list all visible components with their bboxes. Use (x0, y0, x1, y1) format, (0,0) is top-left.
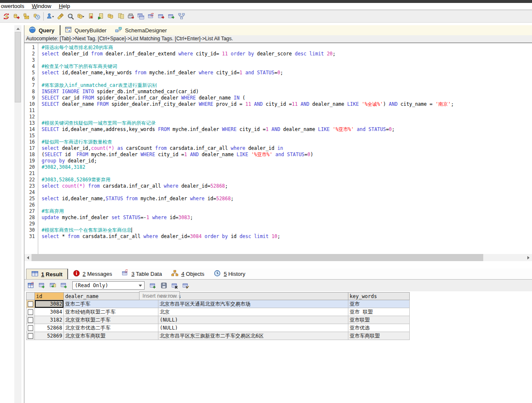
format-broom-icon[interactable] (55, 11, 66, 21)
code-line-7[interactable]: #将车源放入inf_unmatched_car表里进行重新识别 (42, 82, 532, 89)
code-line-2[interactable]: select dealer_id from dealer.inf_dealer_… (42, 51, 532, 57)
copy-grid-icon[interactable] (136, 11, 146, 21)
code-line-30[interactable]: #根据车商查找一个在售车源补全车商信息 (42, 227, 532, 233)
cell-id[interactable]: 52869 (35, 332, 64, 340)
connect-db-icon[interactable] (1, 11, 11, 21)
column-header-id[interactable]: id (35, 293, 64, 300)
row-selector-cell[interactable] (26, 316, 35, 324)
code-line-22[interactable]: #3083,52868,52869需要弃用 (42, 177, 532, 183)
code-line-29[interactable] (42, 221, 532, 227)
row-selector-cell[interactable] (26, 332, 35, 340)
object-browser-scrollbar[interactable] (14, 25, 21, 403)
menu-item-help[interactable]: Help (55, 3, 74, 10)
table-row[interactable]: 3082亚市二手车北京市昌平区天通苑北亚市汽车交易市场亚市 (26, 300, 410, 308)
scrollbar-thumb[interactable] (15, 32, 21, 102)
result-grid[interactable]: iddealer_nameaddresskey_words3082亚市二手车北京… (26, 292, 410, 340)
code-line-6[interactable] (42, 76, 532, 82)
code-line-4[interactable]: #检查某个城市下的所有车商关键词 (42, 63, 532, 70)
column-header-key_words[interactable]: key_words (348, 293, 410, 300)
code-line-5[interactable]: select id,dealer_name,key_words from myc… (42, 70, 532, 76)
join-designer-icon[interactable] (176, 11, 187, 21)
cell-dealer_name[interactable]: 北京亚市优选二手车 (64, 324, 158, 332)
code-line-26[interactable] (42, 202, 532, 208)
table-row[interactable]: 52869北京亚市车商联盟北京市昌平区东三旗新亚市二手车交易区北6区亚市车商联盟 (26, 332, 410, 340)
cell-key_words[interactable]: 亚市 (348, 300, 410, 308)
cell-id[interactable]: 3082 (35, 300, 64, 308)
cancel-edit-icon[interactable] (181, 280, 191, 290)
cell-dealer_name[interactable]: 亚市经销商联盟二手车 (64, 308, 158, 316)
result-tab-objects[interactable]: 4 Objects (166, 269, 209, 279)
execute-file-icon[interactable] (96, 11, 106, 21)
code-line-23[interactable]: select count(*) from carsdata.inf_car_al… (42, 183, 532, 189)
sql-code-area[interactable]: #筛选出每个城市排名前20的车商select dealer_id from de… (42, 44, 532, 240)
editor-horizontal-scrollbar[interactable] (24, 254, 532, 261)
cell-id[interactable]: 3182 (35, 316, 64, 324)
code-line-21[interactable] (42, 170, 532, 177)
tab-querybuilder[interactable]: QueryBuilder (61, 25, 111, 35)
scroll-left-arrow-icon[interactable] (24, 254, 32, 261)
code-line-11[interactable] (42, 107, 532, 114)
code-line-25[interactable]: select id,dealer_name,STATUS from myche.… (42, 196, 532, 202)
table-row[interactable]: 52868北京亚市优选二手车(NULL)亚市优选 (26, 324, 410, 332)
scroll-right-arrow-icon[interactable] (525, 254, 532, 261)
cell-dealer_name[interactable]: 北京亚市车商联盟 (64, 332, 158, 340)
backup-device-icon[interactable] (126, 11, 136, 21)
code-line-15[interactable] (42, 133, 532, 139)
insert-row-grid-icon[interactable] (37, 280, 47, 290)
import-grid-icon[interactable] (156, 11, 166, 21)
cell-address[interactable]: 北京 (158, 308, 348, 316)
refresh-grid-icon[interactable] (59, 280, 69, 290)
code-line-28[interactable]: update myche.inf_dealer set STATUS=-1 wh… (42, 215, 532, 221)
db-selector-icon[interactable] (76, 11, 86, 21)
readonly-mode-select[interactable]: (Read Only) (72, 281, 145, 290)
row-checkbox[interactable] (28, 317, 33, 323)
cell-key_words[interactable]: 亚市 联盟 (348, 308, 410, 316)
duplicate-row-grid-icon[interactable] (48, 280, 58, 290)
row-checkbox[interactable] (28, 325, 33, 331)
delete-row-icon[interactable] (170, 280, 180, 290)
user-manager-icon[interactable] (45, 11, 55, 21)
result-tab-result[interactable]: 1 Result (26, 269, 68, 279)
row-checkbox[interactable] (28, 333, 33, 339)
cell-id[interactable]: 52868 (35, 324, 64, 332)
code-line-24[interactable] (42, 189, 532, 196)
mail-db-icon[interactable] (21, 11, 32, 21)
sync-grid-icon[interactable] (146, 11, 156, 21)
paste-page-icon[interactable] (116, 11, 126, 21)
table-row[interactable]: 3084亚市经销商联盟二手车北京亚市 联盟 (26, 308, 410, 316)
tab-schemadesigner[interactable]: SchemaDesigner (111, 25, 171, 35)
row-checkbox[interactable] (28, 301, 33, 307)
code-line-10[interactable]: SELECT dealer_name FROM spider_dealer.in… (42, 101, 532, 107)
row-checkbox[interactable] (28, 309, 33, 315)
row-selector-cell[interactable] (26, 324, 35, 332)
code-line-17[interactable]: select dealer_id,count(*) as carsCount f… (42, 145, 532, 152)
table-row[interactable]: 3182北京亚市联盟二手车(NULL)亚市联盟 (26, 316, 410, 324)
menu-item-window[interactable]: Window (28, 3, 55, 10)
code-line-8[interactable]: INSERT IGNORE INTO spider_db.inf_unmatch… (42, 89, 532, 95)
scrollbar-thumb[interactable] (32, 254, 483, 261)
cell-address[interactable]: (NULL) (158, 316, 348, 324)
code-line-16[interactable]: #疑似同一车商进行车源数量检查 (42, 139, 532, 145)
code-line-1[interactable]: #筛选出每个城市排名前20的车商 (42, 44, 532, 51)
result-tab-history[interactable]: 5 History (209, 269, 250, 279)
sql-editor[interactable]: 1234567891011121314151617181920212223242… (24, 43, 532, 254)
code-line-27[interactable]: #车商弃用 (42, 208, 532, 215)
result-tab-messages[interactable]: 2 Messages (68, 269, 117, 279)
cell-key_words[interactable]: 亚市联盟 (348, 316, 410, 324)
menu-item-owertools[interactable]: owertools (0, 3, 28, 10)
cell-dealer_name[interactable]: 北京亚市联盟二手车 (64, 316, 158, 324)
code-line-19[interactable]: group by dealer_id; (42, 158, 532, 164)
code-line-13[interactable]: #根据关键词查找疑似同一城市里同一车商的所有记录 (42, 120, 532, 126)
cell-id[interactable]: 3084 (35, 308, 64, 316)
cell-address[interactable]: (NULL) (158, 324, 348, 332)
scroll-up-arrow-icon[interactable] (14, 26, 21, 31)
code-line-14[interactable]: SELECT id,dealer_name,address,key_words … (42, 126, 532, 133)
copy-db-icon[interactable] (106, 11, 116, 21)
cell-key_words[interactable]: 亚市车商联盟 (348, 332, 410, 340)
row-selector-cell[interactable] (26, 308, 35, 316)
copy-table-icon[interactable] (86, 11, 96, 21)
code-line-3[interactable] (42, 57, 532, 63)
code-line-20[interactable]: #3082,3084,3182 (42, 164, 532, 170)
code-line-18[interactable]: (SELECT id FROM myche.inf_dealer WHERE c… (42, 152, 532, 158)
export-resultset-icon[interactable] (26, 280, 36, 290)
